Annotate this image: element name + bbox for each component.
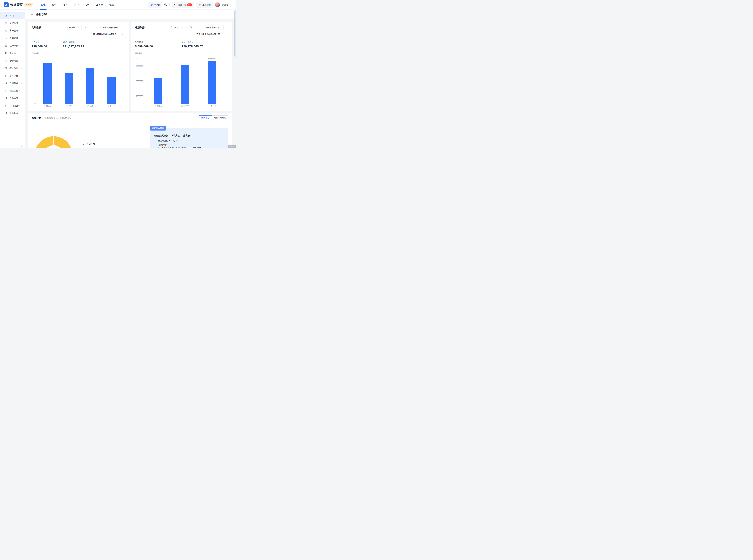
sidebar-item-customer-checkup[interactable]: 客户体检 xyxy=(0,72,25,79)
x-tick-label: 31天以上 xyxy=(101,105,122,108)
app-logo-icon: Z xyxy=(4,2,9,7)
sidebar-item-secondary-menu[interactable]: 二级菜单 xyxy=(0,79,25,87)
sidebar-item-current-accounts[interactable]: 往来账款 xyxy=(0,42,25,49)
tag-icon xyxy=(4,82,7,85)
y-tick-label: 0 xyxy=(142,103,143,105)
scrollbar-thumb[interactable] xyxy=(234,11,235,56)
strategy-line: 1、督促业务员尽快与客户联系催收款项并记录 xyxy=(154,146,224,148)
collapse-sidebar-icon[interactable] xyxy=(20,144,23,147)
legend-percent: (0%) xyxy=(87,148,92,148)
nav-tab-settings[interactable]: 设置 xyxy=(109,0,114,9)
y-tick-label: 6000000 xyxy=(136,58,143,60)
analysis-title: 智能分析 xyxy=(32,116,41,120)
analysis-subtitle: 智能预测逾期金额可以收回的金额 xyxy=(43,117,71,119)
reconcile-icon xyxy=(4,59,7,62)
sidebar-item-statistics-analysis[interactable]: 统计分析 xyxy=(0,64,25,72)
toggle-plan-overdue[interactable]: 回款计划逾期 xyxy=(212,116,228,120)
recoverable-donut-chart xyxy=(35,136,73,148)
nav-tab-inventory[interactable]: 库存 xyxy=(74,0,79,9)
tag-icon xyxy=(4,104,7,107)
ai-icon: Ai xyxy=(150,3,153,6)
sidebar-item-home[interactable]: 首页 xyxy=(0,12,25,19)
bar-31天以上 xyxy=(107,77,116,104)
y-tick-label: 5000000 xyxy=(136,65,143,67)
stat-label: 回款计划到期 xyxy=(63,41,84,43)
chart-y-axis-label: 到期金额 xyxy=(32,52,125,55)
main-nav: 应收应付核算库存CUI上下游设置 xyxy=(41,0,120,9)
sidebar-item-intent-contract[interactable]: 意向合同 xyxy=(0,95,25,102)
bar-value-label: 5699009 xyxy=(208,58,215,60)
sidebar-item-sales-performance[interactable]: 销售业绩表 xyxy=(0,87,25,95)
stat-value: 226,978,645.57 xyxy=(182,45,203,48)
chevron-down-icon xyxy=(20,45,22,46)
tag-icon xyxy=(4,112,7,115)
overdue-scope-select[interactable]: 全部 xyxy=(186,25,202,30)
bar-16-30天 xyxy=(86,68,95,104)
due-scope-select[interactable]: 全部 xyxy=(83,25,99,30)
sidebar-menu: 首页应收合同客户管理发票管理往来账款保证金智能对账统计分析客户体检二级菜单销售业… xyxy=(0,12,25,117)
x-tick-label: 8-15天 xyxy=(58,105,80,108)
ledger-icon xyxy=(4,44,7,47)
nav-tab-payable[interactable]: 应付 xyxy=(52,0,57,9)
stat-value: 231,897,283.74 xyxy=(63,45,84,48)
app-title: 账款管家 xyxy=(10,3,23,7)
due-data-card: 到期数据 合同到期 全部 调整到期分层标准 xyxy=(28,22,129,111)
app-center-button[interactable]: 应用中心 xyxy=(196,2,213,8)
contract-icon xyxy=(4,22,7,24)
due-stats: 合同到期 138,008.00 回款计划到期 231,897,283.74 xyxy=(32,41,125,48)
y-tick-label: 4000000 xyxy=(136,73,143,75)
sidebar-item-invoice-management[interactable]: 发票管理 xyxy=(0,34,25,42)
overdue-card-title: 逾期数据 xyxy=(135,26,144,29)
tag-icon xyxy=(4,89,7,92)
sidebar: 首页应收合同客户管理发票管理往来账款保证金智能对账统计分析客户体检二级菜单销售业… xyxy=(0,9,25,148)
nav-tab-accounting[interactable]: 核算 xyxy=(63,0,68,9)
brand: Z 账款管家 高级版 xyxy=(4,2,33,7)
sidebar-item-deposit[interactable]: 保证金 xyxy=(0,49,25,57)
chevron-down-icon xyxy=(225,34,227,35)
legend-dot xyxy=(83,144,84,145)
x-tick-label: 16-30天 xyxy=(80,105,101,108)
y-tick-label: 2000000 xyxy=(136,87,143,90)
topbar-right: Ai AI中心 消息中心 99+ 应用中心 赵重普 xyxy=(148,2,233,8)
invoice-icon xyxy=(4,37,7,39)
app-window: Z 账款管家 高级版 应收应付核算库存CUI上下游设置 Ai AI中心 消息中心… xyxy=(0,0,236,148)
chevron-right-icon[interactable] xyxy=(122,26,125,29)
chevron-down-icon xyxy=(78,27,80,28)
chevron-down-icon[interactable] xyxy=(231,4,233,6)
chevron-down-icon xyxy=(122,34,123,35)
scrollbar-track xyxy=(235,9,236,57)
message-center-button[interactable]: 消息中心 99+ xyxy=(172,2,194,8)
stats-icon xyxy=(4,67,7,69)
due-type-select[interactable]: 合同到期 xyxy=(66,25,81,30)
sidebar-item-contract-design[interactable]: 合同设计单 xyxy=(0,102,25,109)
sidebar-item-customer-management[interactable]: 客户管理 xyxy=(0,27,25,34)
message-count-badge: 99+ xyxy=(187,3,192,6)
x-tick-label: 16-120天 xyxy=(172,105,198,108)
due-company-select[interactable]: 西安朋客信息科技有限公司 xyxy=(92,32,125,37)
nav-tab-receivable[interactable]: 应收 xyxy=(41,0,46,9)
nav-tab-upstream-downstream[interactable]: 上下游 xyxy=(96,0,103,9)
ai-center-button[interactable]: Ai AI中心 xyxy=(148,2,162,8)
overdue-company-select[interactable]: 西安朋客信息科技有限公司 xyxy=(195,32,228,37)
toggle-contract-overdue[interactable]: 合同逾期 xyxy=(199,116,212,120)
sidebar-item-receivable-contract[interactable]: 应收合同 xyxy=(0,19,25,27)
bar-15天以内 xyxy=(154,78,162,104)
chevron-down-icon xyxy=(199,27,200,28)
customer-icon xyxy=(4,29,7,32)
overdue-stats: 合同逾期 5,699,009.00 回款计划逾期 226,978,645.57 xyxy=(135,41,228,48)
strategy-line: 一、重点关注客户（Top5）： xyxy=(154,139,224,143)
plus-circle-icon[interactable] xyxy=(164,3,167,6)
chevron-down-icon xyxy=(181,27,183,28)
page-header: 数据预警 xyxy=(25,9,236,19)
overdue-type-select[interactable]: 合同逾期 xyxy=(169,25,185,30)
strategy-tag: 逾期催收策略 xyxy=(150,126,166,131)
avatar[interactable] xyxy=(215,2,220,7)
sidebar-item-utilities-acceptance[interactable]: 水电验收 xyxy=(0,109,25,117)
back-arrow-icon[interactable] xyxy=(31,13,33,16)
chevron-right-icon[interactable] xyxy=(226,26,228,29)
nav-tab-cui[interactable]: CUI xyxy=(85,0,90,9)
adjust-overdue-tier-button[interactable]: 调整逾期分层标准 xyxy=(204,25,223,30)
x-axis-labels: 15天以内16-120天121天以上 xyxy=(144,105,225,108)
sidebar-item-smart-reconciliation[interactable]: 智能对账 xyxy=(0,57,25,64)
adjust-due-tier-button[interactable]: 调整到期分层标准 xyxy=(100,25,120,30)
